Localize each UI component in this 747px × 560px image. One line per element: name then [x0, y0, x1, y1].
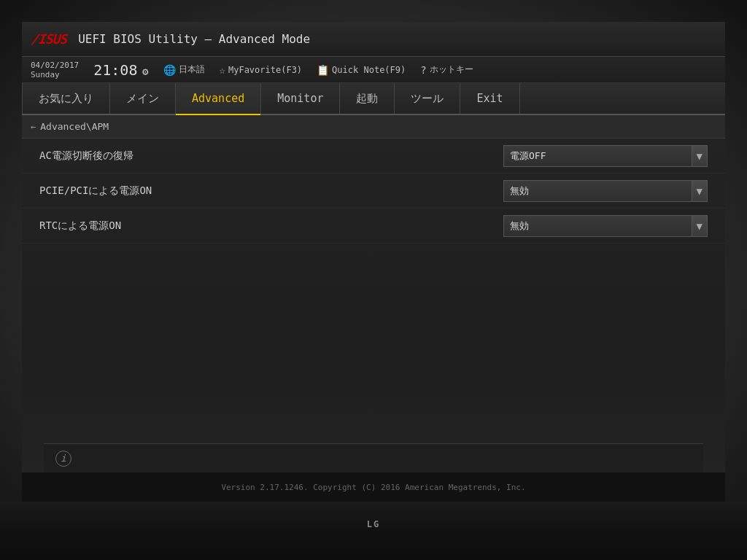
note-icon: 📋 — [317, 64, 329, 76]
ac-power-dropdown[interactable]: 電源OFF ▼ — [503, 145, 708, 167]
rtc-power-dropdown[interactable]: 無効 ▼ — [503, 215, 708, 237]
monitor-bottom-bezel: LG — [0, 502, 747, 560]
ac-power-label: AC電源切断後の復帰 — [39, 149, 503, 163]
tab-monitor-label: Monitor — [277, 92, 323, 105]
lg-logo-area: LG — [0, 519, 747, 529]
tab-exit-label: Exit — [476, 92, 503, 105]
myfavorite-item[interactable]: ☆ MyFavorite(F3) — [220, 64, 303, 76]
hotkey-label: ホットキー — [430, 63, 473, 76]
help-icon: ? — [420, 64, 426, 76]
setting-row-pcie-power: PCIE/PCIによる電源ON 無効 ▼ — [22, 174, 725, 209]
pcie-power-arrow-icon: ▼ — [692, 181, 707, 201]
info-bar: 04/02/2017 Sunday 21:08 ⚙ 🌐 日本語 ☆ MyFavo… — [22, 57, 725, 83]
rtc-power-arrow-icon: ▼ — [692, 216, 707, 236]
date-display: 04/02/2017 — [31, 61, 79, 70]
hotkey-item[interactable]: ? ホットキー — [420, 63, 473, 76]
gear-icon[interactable]: ⚙ — [142, 66, 148, 77]
datetime-display: 04/02/2017 Sunday — [31, 61, 79, 79]
globe-icon: 🌐 — [163, 64, 176, 76]
tab-favorites-label: お気に入り — [39, 92, 93, 106]
version-text: Version 2.17.1246. Copyright (C) 2016 Am… — [221, 483, 525, 492]
tab-main[interactable]: メイン — [110, 83, 176, 114]
breadcrumb-arrow[interactable]: ← — [31, 122, 36, 132]
lg-brand-logo: LG — [367, 519, 380, 529]
nav-tabs: お気に入り メイン Advanced Monitor 起動 ツール Exit — [22, 83, 725, 115]
tab-tools-label: ツール — [411, 92, 444, 106]
language-label: 日本語 — [179, 63, 205, 76]
setting-row-rtc-power: RTCによる電源ON 無効 ▼ — [22, 209, 725, 244]
asus-logo: /ISUS — [31, 31, 66, 47]
setting-row-ac-power: AC電源切断後の復帰 電源OFF ▼ — [22, 139, 725, 174]
tab-main-label: メイン — [126, 92, 159, 106]
top-bar: /ISUS UEFI BIOS Utility – Advanced Mode — [22, 22, 725, 57]
pcie-power-label: PCIE/PCIによる電源ON — [39, 184, 503, 198]
rtc-power-value: 無効 — [510, 219, 529, 233]
tab-advanced[interactable]: Advanced — [176, 83, 261, 114]
tab-favorites[interactable]: お気に入り — [22, 83, 110, 114]
footer: Version 2.17.1246. Copyright (C) 2016 Am… — [22, 472, 725, 502]
tab-advanced-label: Advanced — [192, 92, 244, 105]
quicknote-label: Quick Note(F9) — [332, 65, 406, 75]
tab-boot-label: 起動 — [356, 92, 378, 106]
myfavorite-label: MyFavorite(F3) — [228, 65, 302, 75]
star-icon: ☆ — [220, 64, 225, 76]
bios-screen: /ISUS UEFI BIOS Utility – Advanced Mode … — [22, 22, 725, 502]
pcie-power-value: 無効 — [510, 184, 529, 198]
pcie-power-dropdown[interactable]: 無効 ▼ — [503, 180, 708, 202]
bottom-info-bar: i — [44, 443, 703, 472]
language-item[interactable]: 🌐 日本語 — [163, 63, 205, 76]
tab-monitor[interactable]: Monitor — [261, 83, 340, 114]
ac-power-value: 電源OFF — [510, 149, 546, 163]
monitor-bezel: /ISUS UEFI BIOS Utility – Advanced Mode … — [0, 0, 747, 560]
breadcrumb-path: Advanced\APM — [40, 121, 109, 132]
breadcrumb: ← Advanced\APM — [22, 115, 725, 139]
tab-boot[interactable]: 起動 — [340, 83, 395, 114]
tab-tools[interactable]: ツール — [395, 83, 460, 114]
bios-title: UEFI BIOS Utility – Advanced Mode — [78, 32, 310, 46]
ac-power-arrow-icon: ▼ — [692, 146, 707, 166]
info-icon: i — [55, 451, 71, 467]
quicknote-item[interactable]: 📋 Quick Note(F9) — [317, 64, 406, 76]
tab-exit[interactable]: Exit — [460, 83, 519, 114]
day-display: Sunday — [31, 70, 60, 79]
time-display: 21:08 ⚙ — [93, 61, 148, 79]
rtc-power-label: RTCによる電源ON — [39, 219, 503, 233]
clock-time: 21:08 — [93, 61, 137, 79]
